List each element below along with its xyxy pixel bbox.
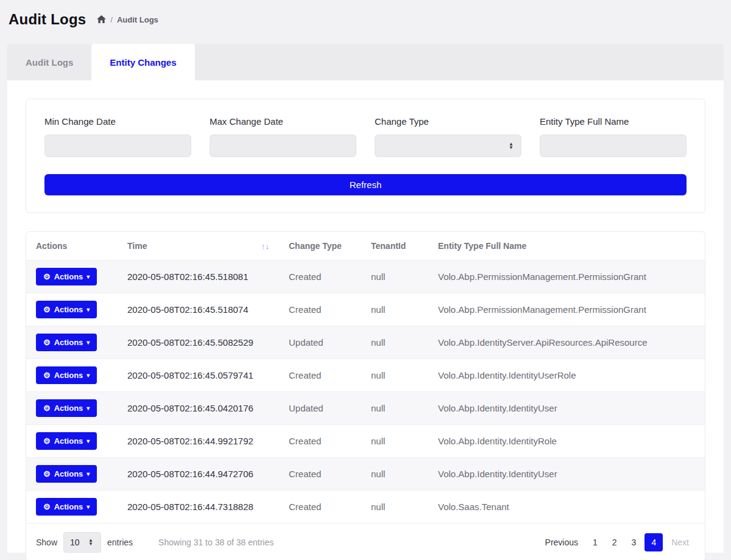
cell-change-type: Created: [279, 425, 361, 458]
caret-down-icon: ▾: [87, 438, 90, 444]
cell-tenant-id: null: [361, 425, 428, 458]
row-actions-button[interactable]: ⚙Actions▾: [36, 301, 97, 318]
sort-icon[interactable]: ↑↓: [261, 242, 269, 251]
page-title: Audit Logs: [9, 11, 86, 28]
table-row: ⚙Actions▾ 2020-05-08T02:16:45.0579741 Cr…: [26, 359, 705, 392]
row-actions-button[interactable]: ⚙Actions▾: [36, 399, 97, 417]
gear-icon: ⚙: [43, 272, 51, 281]
pagination-page-4[interactable]: 4: [644, 533, 663, 551]
cell-time: 2020-05-08T02:16:45.518081: [118, 261, 279, 293]
page-size-group: Show 10 ▲▼ entries: [36, 532, 133, 553]
cell-entity-type: Volo.Abp.Identity.IdentityUser: [428, 392, 705, 425]
row-actions-button[interactable]: ⚙Actions▾: [36, 366, 97, 384]
row-actions-button[interactable]: ⚙Actions▾: [36, 334, 97, 351]
tab-strip: Audit Logs Entity Changes: [7, 44, 724, 80]
select-updown-icon: ▲▼: [509, 142, 514, 150]
gear-icon: ⚙: [43, 502, 51, 511]
column-header-tenant-id: TenantId: [361, 232, 428, 261]
filter-entity-type: Entity Type Full Name: [540, 116, 687, 157]
gear-icon: ⚙: [43, 404, 51, 413]
cell-entity-type: Volo.Abp.Identity.IdentityRole: [428, 425, 705, 458]
filter-card: Min Change Date Max Change Date Change T…: [26, 99, 705, 213]
gear-icon: ⚙: [43, 305, 51, 314]
cell-tenant-id: null: [361, 261, 428, 293]
cell-time: 2020-05-08T02:16:45.0420176: [118, 392, 279, 425]
column-header-entity-type: Entity Type Full Name: [428, 232, 705, 261]
min-change-date-input[interactable]: [44, 135, 191, 157]
gear-icon: ⚙: [43, 371, 51, 380]
cell-entity-type: Volo.Abp.IdentityServer.ApiResources.Api…: [428, 326, 705, 359]
table-header-row: Actions Time ↑↓ Change Type TenantId Ent…: [26, 232, 705, 261]
caret-down-icon: ▾: [87, 372, 90, 379]
refresh-button[interactable]: Refresh: [44, 174, 687, 195]
cell-tenant-id: null: [361, 392, 428, 425]
table-row: ⚙Actions▾ 2020-05-08T02:16:45.0420176 Up…: [26, 392, 705, 425]
cell-time: 2020-05-08T02:16:45.518074: [118, 293, 279, 326]
pagination: Previous 1 2 3 4 Next: [539, 533, 695, 551]
max-change-date-input[interactable]: [210, 135, 356, 157]
filter-max-change-date: Max Change Date: [210, 116, 356, 157]
table-row: ⚙Actions▾ 2020-05-08T02:16:45.518074 Cre…: [26, 293, 705, 326]
pagination-page-1[interactable]: 1: [587, 533, 604, 551]
entity-changes-table: Actions Time ↑↓ Change Type TenantId Ent…: [26, 232, 705, 523]
home-icon[interactable]: [97, 15, 106, 24]
max-change-date-label: Max Change Date: [210, 116, 356, 127]
cell-time: 2020-05-08T02:16:45.5082529: [118, 326, 279, 359]
page-size-select[interactable]: 10 ▲▼: [63, 532, 101, 553]
cell-time: 2020-05-08T02:16:44.9921792: [118, 425, 279, 458]
show-label: Show: [36, 537, 57, 547]
cell-entity-type: Volo.Abp.PermissionManagement.Permission…: [428, 293, 705, 326]
pagination-next[interactable]: Next: [665, 533, 695, 551]
row-actions-button[interactable]: ⚙Actions▾: [36, 432, 97, 450]
change-type-select[interactable]: ▲▼: [375, 135, 521, 157]
page-header: Audit Logs / Audit Logs: [0, 0, 731, 37]
cell-tenant-id: null: [361, 293, 428, 326]
cell-change-type: Created: [279, 359, 361, 392]
table-card: Actions Time ↑↓ Change Type TenantId Ent…: [26, 231, 705, 560]
pagination-page-3[interactable]: 3: [626, 533, 643, 551]
cell-time: 2020-05-08T02:16:44.9472706: [118, 458, 279, 491]
entity-type-label: Entity Type Full Name: [540, 116, 687, 127]
table-row: ⚙Actions▾ 2020-05-08T02:16:44.9472706 Cr…: [26, 458, 705, 491]
select-updown-icon: ▲▼: [88, 539, 93, 546]
caret-down-icon: ▾: [87, 339, 90, 346]
table-footer: Show 10 ▲▼ entries Showing 31 to 38 of 3…: [26, 523, 705, 560]
row-actions-button[interactable]: ⚙Actions▾: [36, 498, 97, 516]
cell-entity-type: Volo.Saas.Tenant: [428, 491, 705, 523]
column-header-change-type: Change Type: [279, 232, 361, 261]
gear-icon: ⚙: [43, 436, 51, 446]
caret-down-icon: ▾: [87, 471, 90, 477]
cell-entity-type: Volo.Abp.Identity.IdentityUserRole: [428, 359, 705, 392]
table-row: ⚙Actions▾ 2020-05-08T02:16:45.5082529 Up…: [26, 326, 705, 359]
entries-info: Showing 31 to 38 of 38 entries: [158, 537, 274, 547]
cell-tenant-id: null: [361, 458, 428, 491]
cell-change-type: Updated: [279, 392, 361, 425]
cell-change-type: Created: [279, 491, 361, 523]
row-actions-button[interactable]: ⚙Actions▾: [36, 465, 97, 483]
page-size-value: 10: [70, 537, 80, 547]
filter-min-change-date: Min Change Date: [44, 116, 191, 157]
entity-type-input[interactable]: [540, 135, 687, 157]
cell-tenant-id: null: [361, 326, 428, 359]
row-actions-button[interactable]: ⚙Actions▾: [36, 268, 97, 285]
cell-change-type: Updated: [279, 326, 361, 359]
gear-icon: ⚙: [43, 338, 51, 347]
filter-change-type: Change Type ▲▼: [375, 116, 521, 157]
caret-down-icon: ▾: [87, 405, 90, 411]
column-header-time[interactable]: Time ↑↓: [118, 232, 279, 261]
tab-entity-changes[interactable]: Entity Changes: [91, 44, 194, 80]
column-header-actions: Actions: [26, 232, 118, 261]
min-change-date-label: Min Change Date: [44, 116, 191, 127]
caret-down-icon: ▾: [87, 503, 90, 510]
gear-icon: ⚙: [43, 469, 51, 478]
pagination-page-2[interactable]: 2: [606, 533, 623, 551]
content-card: Min Change Date Max Change Date Change T…: [7, 80, 724, 553]
cell-change-type: Created: [279, 293, 361, 326]
cell-time: 2020-05-08T02:16:45.0579741: [118, 359, 279, 392]
cell-tenant-id: null: [361, 359, 428, 392]
table-row: ⚙Actions▾ 2020-05-08T02:16:44.7318828 Cr…: [26, 491, 705, 523]
cell-entity-type: Volo.Abp.PermissionManagement.Permission…: [428, 261, 705, 293]
tab-audit-logs[interactable]: Audit Logs: [7, 44, 91, 80]
pagination-previous[interactable]: Previous: [539, 533, 584, 551]
change-type-label: Change Type: [375, 116, 521, 127]
